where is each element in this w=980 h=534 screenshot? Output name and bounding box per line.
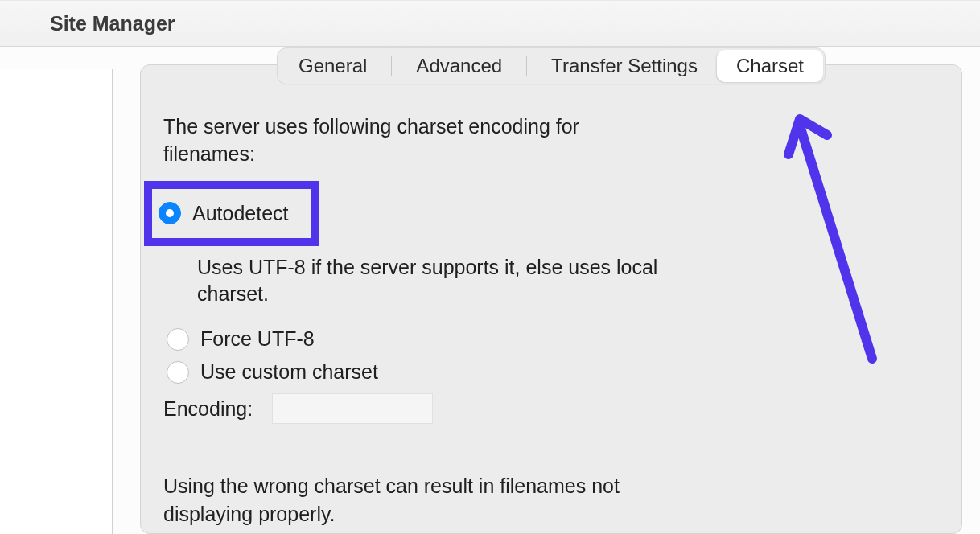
radio-autodetect-row[interactable]: Autodetect xyxy=(159,202,289,225)
charset-heading: The server uses following charset encodi… xyxy=(163,113,662,168)
tab-transfer-settings[interactable]: Transfer Settings xyxy=(532,50,717,82)
tab-advanced[interactable]: Advanced xyxy=(397,50,521,82)
titlebar: Site Manager xyxy=(0,0,980,47)
radio-force-utf8-label: Force UTF-8 xyxy=(200,327,315,351)
sidebar[interactable] xyxy=(0,69,113,534)
tab-charset[interactable]: Charset xyxy=(717,50,823,82)
radio-custom[interactable] xyxy=(167,361,189,384)
radio-autodetect-label: Autodetect xyxy=(192,202,289,225)
charset-warning: Using the wrong charset can result in fi… xyxy=(163,472,678,528)
charset-panel-wrap: General Advanced Transfer Settings Chars… xyxy=(140,64,980,534)
encoding-label: Encoding: xyxy=(163,397,253,421)
radio-custom-row[interactable]: Use custom charset xyxy=(167,360,936,384)
encoding-input[interactable] xyxy=(272,393,433,424)
annotation-highlight: Autodetect xyxy=(144,181,319,246)
radio-custom-label: Use custom charset xyxy=(200,360,378,384)
tab-separator xyxy=(526,56,527,76)
radio-force-utf8[interactable] xyxy=(167,328,189,351)
tab-general[interactable]: General xyxy=(279,50,386,82)
charset-panel: General Advanced Transfer Settings Chars… xyxy=(140,64,962,534)
autodetect-help: Uses UTF-8 if the server supports it, el… xyxy=(197,254,664,309)
tab-strip: General Advanced Transfer Settings Chars… xyxy=(277,47,826,84)
workspace: General Advanced Transfer Settings Chars… xyxy=(0,47,980,534)
tab-separator xyxy=(391,56,392,76)
radio-force-utf8-row[interactable]: Force UTF-8 xyxy=(167,327,936,351)
radio-autodetect[interactable] xyxy=(159,202,181,224)
window-title: Site Manager xyxy=(50,12,175,35)
encoding-row: Encoding: xyxy=(163,393,936,424)
